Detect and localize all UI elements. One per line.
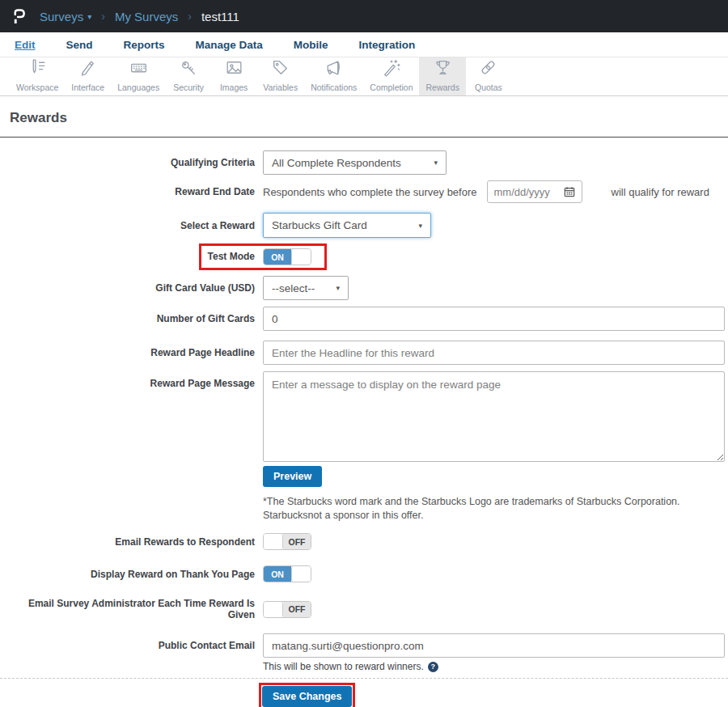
gift-card-value-select[interactable]: --select-- ▾ [263,276,349,300]
tab-reports[interactable]: Reports [124,39,180,51]
tab-integration[interactable]: Integration [359,39,431,51]
toolbar-item-rewards[interactable]: Rewards [419,57,465,95]
toolbar-item-label: Interface [71,83,104,92]
contact-email-help-note: This will be shown to reward winners. ? [263,661,728,672]
reward-page-headline-row: Reward Page Headline [0,341,728,365]
reward-page-message-row: Reward Page Message [0,371,728,462]
reward-page-message-label: Reward Page Message [0,371,255,389]
workspace-icon [28,57,48,81]
toggle-state-label: ON [264,566,291,582]
breadcrumb-surveys[interactable]: Surveys [40,10,83,23]
gift-card-value-row: Gift Card Value (USD) --select-- ▾ [0,276,728,300]
toolbar-item-notifications[interactable]: Notifications [304,57,363,95]
chevron-down-icon: ▾ [422,159,438,167]
display-reward-toggle[interactable]: ON [263,565,311,582]
toolbar-item-languages[interactable]: Languages [111,57,166,95]
toolbar-item-label: Images [220,83,248,92]
email-admin-toggle[interactable]: OFF [263,601,311,618]
public-contact-email-label: Public Contact Email [0,640,255,651]
toolbar-item-completion[interactable]: Completion [363,57,419,95]
toolbar-item-label: Languages [117,83,159,92]
gift-card-value-label: Gift Card Value (USD) [0,282,255,294]
toolbar-item-variables[interactable]: Variables [256,57,304,95]
calendar-icon[interactable] [564,186,575,197]
select-reward-value: Starbucks Gift Card [272,219,367,231]
test-mode-toggle[interactable]: ON [263,248,311,265]
reward-end-date-label: Reward End Date [0,186,255,197]
starbucks-disclaimer-text: *The Starbucks word mark and the Starbuc… [263,495,726,523]
email-admin-row: Email Survey Administrator Each Time Rew… [0,598,728,620]
toolbar-item-interface[interactable]: Interface [65,57,111,95]
languages-icon [129,57,149,81]
end-date-text-after: will qualify for reward [612,186,709,198]
preview-button[interactable]: Preview [263,466,322,487]
footer-divider [0,678,728,679]
toolbar-item-label: Notifications [311,83,357,92]
breadcrumb-separator-icon: › [101,10,105,23]
qualifying-criteria-row: Qualifying Criteria All Complete Respond… [0,150,728,175]
toolbar-item-label: Completion [370,83,413,92]
breadcrumb-separator-icon: › [188,10,192,23]
notifications-icon [324,57,344,81]
email-rewards-label: Email Rewards to Respondent [0,536,255,548]
toggle-knob [264,534,283,549]
quotas-icon [478,57,498,81]
main-nav-tabs: Edit Send Reports Manage Data Mobile Int… [0,32,728,57]
edit-sub-toolbar: Workspace Interface Languages Security I… [0,57,728,96]
number-of-gift-cards-input[interactable] [263,307,725,331]
select-reward-select[interactable]: Starbucks Gift Card ▾ [263,213,431,238]
gift-card-value-value: --select-- [272,282,315,294]
reward-page-headline-label: Reward Page Headline [0,347,255,358]
toggle-state-label: OFF [283,534,311,549]
toolbar-item-security[interactable]: Security [166,57,211,95]
qualifying-criteria-label: Qualifying Criteria [0,157,255,168]
test-mode-label: Test Mode [0,244,255,269]
save-changes-button[interactable]: Save Changes [262,686,352,707]
display-reward-row: Display Reward on Thank You Page ON [0,565,728,582]
interface-icon [78,57,98,81]
reward-page-headline-input[interactable] [263,341,725,365]
chevron-down-icon: ▾ [329,284,340,292]
questionpro-logo-icon[interactable] [11,6,27,26]
breadcrumb-survey-name: test111 [201,10,239,23]
qualifying-criteria-value: All Complete Respondents [272,157,401,169]
number-of-gift-cards-label: Number of Gift Cards [0,313,255,324]
reward-end-date-field[interactable] [487,180,582,203]
chevron-down-icon: ▾ [407,222,422,230]
tab-manage-data[interactable]: Manage Data [196,39,278,51]
toggle-knob [264,602,283,617]
test-mode-row: Test Mode ON [0,244,728,269]
toggle-state-label: OFF [283,602,311,617]
tab-edit[interactable]: Edit [15,39,51,51]
toggle-knob [291,566,311,582]
email-admin-label: Email Survey Administrator Each Time Rew… [0,598,255,620]
rewards-form: Qualifying Criteria All Complete Respond… [0,138,728,707]
end-date-text-before: Respondents who complete the survey befo… [263,186,477,198]
reward-page-message-textarea[interactable] [263,371,725,462]
contact-email-help-text: This will be shown to reward winners. [263,661,424,672]
security-icon [179,57,199,81]
toggle-knob [291,249,311,265]
surveys-dropdown-caret-icon[interactable]: ▾ [87,12,91,21]
toolbar-item-label: Quotas [475,83,502,92]
tab-send[interactable]: Send [66,39,108,51]
breadcrumb-my-surveys[interactable]: My Surveys [115,10,178,23]
public-contact-email-row: Public Contact Email [0,633,728,658]
public-contact-email-input[interactable] [263,633,725,658]
variables-icon [270,57,290,81]
email-rewards-toggle[interactable]: OFF [263,533,311,550]
toolbar-item-quotas[interactable]: Quotas [466,57,511,95]
email-rewards-row: Email Rewards to Respondent OFF [0,533,728,550]
completion-icon [381,57,401,81]
rewards-icon [433,57,453,81]
toolbar-item-workspace[interactable]: Workspace [10,57,65,95]
tab-mobile[interactable]: Mobile [294,39,344,51]
qualifying-criteria-select[interactable]: All Complete Respondents ▾ [263,150,447,175]
images-icon [224,57,244,81]
toolbar-item-label: Security [173,83,204,92]
save-changes-annotation-box: Save Changes [259,683,355,707]
reward-end-date-input[interactable] [494,186,551,198]
help-icon[interactable]: ? [428,662,438,672]
page-title: Rewards [10,110,728,126]
toolbar-item-images[interactable]: Images [211,57,256,95]
